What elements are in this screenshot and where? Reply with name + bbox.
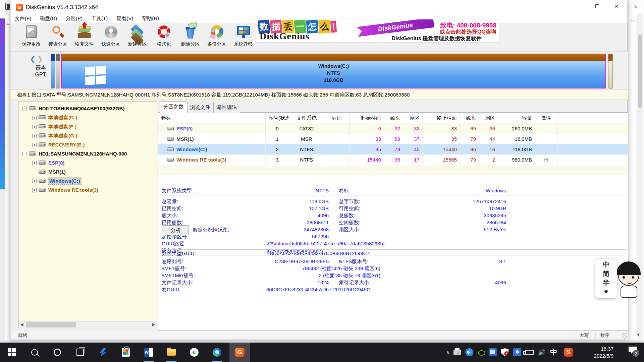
toolbar-button-删除分区[interactable]: 删除分区 (177, 24, 204, 51)
background-scrollbar-thumb[interactable] (638, 34, 642, 108)
expand-icon[interactable] (32, 143, 37, 147)
banner-ad[interactable]: 数据丢一怎么! DiskGenius DiskGenius 致电: 400-00… (256, 19, 499, 43)
tree-label[interactable]: HD0:TOSHIBAMQ04ABF100(932GB) (39, 106, 124, 111)
background-menu-dots-icon[interactable]: … (631, 16, 637, 22)
column-header-卷标[interactable]: 卷标 (158, 113, 266, 123)
collapse-icon[interactable] (22, 107, 27, 111)
table-row-Windows RE tools(3)[interactable]: Windows RE tools(3)3NTFS1544096171556579… (158, 155, 628, 165)
column-header-序号(状态)[interactable]: 序号(状态) (266, 113, 289, 123)
column-header-磁头[interactable]: 磁头 (384, 113, 403, 123)
column-header-属性[interactable]: 属性 (535, 113, 557, 123)
tree-label[interactable]: HD1:SAMSUNGMZNLN128HAHQ-000 (39, 151, 127, 157)
tray-nvidia-icon[interactable] (475, 343, 487, 362)
tree-item-Windows(C:)[interactable]: Windows(C:) (18, 176, 157, 185)
table-row-ESP(0)[interactable]: ESP(0)0FAT3203233336936260.0MB (158, 123, 628, 134)
tree-item-本地磁盘(D:)[interactable]: 本地磁盘(D:) (18, 113, 157, 122)
tree-label[interactable]: MSR(1) (48, 169, 66, 175)
tree-label[interactable]: ESP(0) (48, 160, 64, 166)
tree-label[interactable]: 本地磁盘(F:) (48, 124, 76, 129)
taskbar-start-icon[interactable] (1, 343, 22, 362)
tray-snowflake-icon[interactable]: ❄ (512, 343, 523, 362)
tree-label[interactable]: Windows RE tools(3) (48, 187, 98, 193)
tray-sogou-icon[interactable]: S (563, 343, 574, 362)
notification-icon[interactable]: 2 (628, 346, 638, 355)
taskbar-clock[interactable]: 18:37 2022/5/9 (581, 345, 613, 359)
sogou-item-简[interactable]: 简 (595, 269, 617, 278)
column-header-终止柱面[interactable]: 终止柱面 (423, 113, 460, 123)
partition-block-esp[interactable] (51, 54, 55, 88)
next-partition-icon[interactable]: ❯ (37, 55, 43, 63)
menu-item-查看(V)[interactable]: 查看(V) (112, 14, 138, 23)
toolbar-button-新建分区[interactable]: 新建分区 (124, 24, 151, 51)
sogou-item-半[interactable]: 半 (595, 278, 617, 287)
taskbar-word-icon[interactable] (138, 343, 159, 362)
sogou-item-♥[interactable]: ♥ (595, 287, 617, 296)
column-header-扇区[interactable]: 扇区 (403, 113, 423, 123)
toolbar-button-备份分区[interactable]: 备份分区 (204, 24, 230, 51)
menu-item-工具(T)[interactable]: 工具(T) (87, 14, 112, 23)
column-header-标识[interactable]: 标识 (324, 113, 350, 123)
column-header-容量[interactable]: 容量 (498, 113, 535, 123)
tray-printer-icon[interactable] (451, 343, 463, 362)
toolbar-button-保存更改[interactable]: 保存更改 (18, 24, 45, 51)
sogou-item-中[interactable]: 中 (595, 260, 617, 269)
sogou-ime-widget[interactable]: 中简半♥ (595, 259, 617, 298)
taskbar-store-icon[interactable] (115, 343, 136, 362)
tab-扇区编辑[interactable]: 扇区编辑 (213, 102, 240, 113)
tray-power-icon[interactable] (524, 343, 535, 362)
partition-block-msr[interactable] (56, 54, 60, 88)
scrollbar-thumb[interactable] (26, 322, 76, 327)
analyze-button[interactable]: 分析 (163, 225, 189, 235)
menu-item-文件(F)[interactable]: 文件(F) (10, 14, 36, 23)
titlebar[interactable]: G DiskGenius V5.4.3.1342 x64 ✕ (10, 0, 628, 14)
toolbar-button-系统迁移[interactable]: 系统迁移 (230, 24, 257, 51)
expand-icon[interactable] (32, 125, 37, 129)
expand-icon[interactable] (32, 134, 37, 138)
expand-icon[interactable] (32, 179, 37, 183)
tab-分区参数[interactable]: 分区参数 (160, 101, 187, 113)
menu-item-帮助(H)[interactable]: 帮助(H) (138, 14, 163, 23)
tree-item-本地磁盘(F:)[interactable]: 本地磁盘(F:) (18, 122, 157, 131)
toolbar-button-格式化[interactable]: 格式化 (151, 24, 177, 51)
tray-speaker-icon[interactable]: 🔊 (536, 343, 547, 362)
taskbar-diskgenius-icon[interactable]: G (229, 343, 250, 362)
maximize-button[interactable] (587, 0, 607, 12)
taskbar-cortana-icon[interactable] (47, 343, 68, 362)
back-arrow-icon[interactable]: ← (5, 19, 10, 27)
tray-intel-icon[interactable] (487, 343, 498, 362)
taskbar-flash-icon[interactable] (93, 343, 113, 362)
taskbar-browser360-icon[interactable] (184, 343, 205, 362)
column-header-磁头[interactable]: 磁头 (460, 113, 479, 123)
partition-block-windows-c[interactable]: Windows(C:) NTFS 118.0GB (61, 54, 606, 88)
background-scroll-down-icon[interactable]: ▼ (634, 331, 643, 339)
expand-icon[interactable] (32, 188, 37, 192)
tray-ime-icon[interactable]: 中 (548, 343, 559, 362)
resize-grip[interactable] (622, 333, 627, 339)
tree-item-RECOVERY(E:)[interactable]: RECOVERY(E:) (18, 140, 157, 149)
table-row-Windows(C:)[interactable]: Windows(C:)2NTFS357945154409616118.0GB (158, 144, 628, 155)
column-header-文件系统[interactable]: 文件系统 (289, 113, 324, 123)
toolbar-button-搜索分区[interactable]: 搜索分区 (45, 24, 71, 51)
tree-label[interactable]: Windows(C:) (48, 177, 81, 184)
close-button[interactable]: ✕ (607, 0, 626, 12)
minimize-button[interactable] (568, 0, 587, 12)
taskbar-taskview-icon[interactable] (70, 343, 91, 362)
menu-item-磁盘(D)[interactable]: 磁盘(D) (36, 14, 61, 23)
background-close-icon[interactable]: ✕ (630, 3, 641, 11)
tree-item-本地磁盘(G:)[interactable]: 本地磁盘(G:) (18, 131, 157, 140)
toolbar-button-恢复文件[interactable]: 恢复文件 (71, 24, 98, 51)
tab-浏览文件[interactable]: 浏览文件 (187, 102, 213, 113)
tray-bird-icon[interactable] (464, 343, 475, 362)
tray-defender-icon[interactable] (499, 343, 511, 362)
tree-label[interactable]: 本地磁盘(D:) (48, 115, 77, 120)
scroll-right-icon[interactable]: ▶ (150, 321, 157, 328)
table-row-MSR(1)[interactable]: MSR(1)1MSR33693735794416.0MB (158, 134, 628, 144)
tree-item-ESP(0)[interactable]: ESP(0) (18, 158, 157, 167)
tree-item-MSR(1)[interactable]: MSR(1) (18, 167, 157, 176)
taskbar-edge-icon[interactable] (207, 343, 227, 362)
taskbar-search-icon[interactable] (24, 343, 45, 362)
expand-icon[interactable] (32, 161, 37, 165)
column-header-起始柱面[interactable]: 起始柱面 (350, 113, 384, 123)
tree-item-HD0:TOSHIBAMQ04ABF100(932GB)[interactable]: HD0:TOSHIBAMQ04ABF100(932GB) (18, 104, 157, 113)
column-header-扇区[interactable]: 扇区 (479, 113, 498, 123)
